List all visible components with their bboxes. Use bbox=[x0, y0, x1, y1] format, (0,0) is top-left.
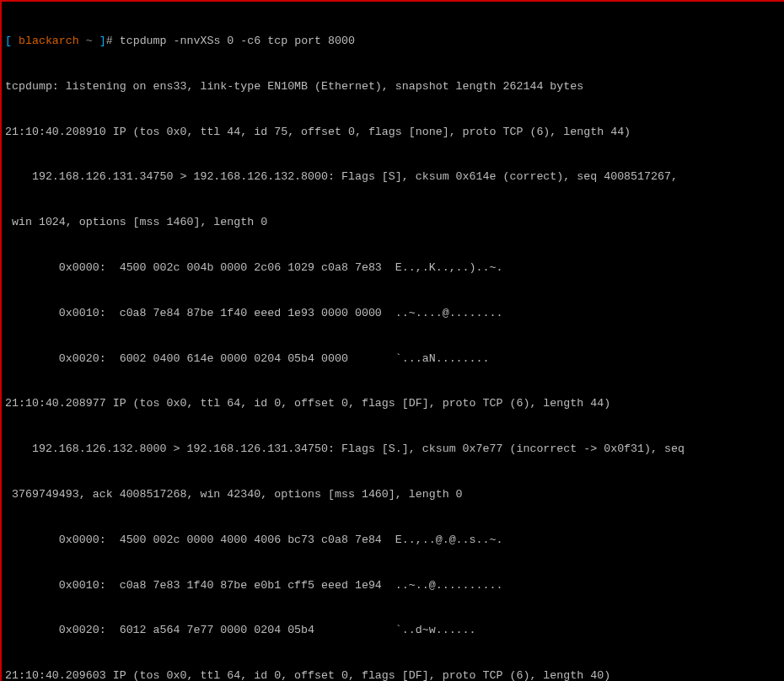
command-text: tcpdump -nnvXSs 0 -c6 tcp port 8000 bbox=[120, 35, 355, 47]
prompt-line: [ blackarch ~ ]# tcpdump -nnvXSs 0 -c6 t… bbox=[5, 34, 781, 49]
output-line: 21:10:40.209603 IP (tos 0x0, ttl 64, id … bbox=[5, 668, 781, 681]
output-line: 0x0010: c0a8 7e83 1f40 87be e0b1 cff5 ee… bbox=[5, 578, 781, 593]
output-line: 0x0020: 6012 a564 7e77 0000 0204 05b4 `.… bbox=[5, 623, 781, 638]
prompt-hash: # bbox=[106, 35, 120, 47]
output-line: 21:10:40.208910 IP (tos 0x0, ttl 44, id … bbox=[5, 125, 781, 140]
output-line: tcpdump: listening on ens33, link-type E… bbox=[5, 79, 781, 94]
output-line: 0x0020: 6002 0400 614e 0000 0204 05b4 00… bbox=[5, 351, 781, 367]
output-line: 192.168.126.131.34750 > 192.168.126.132.… bbox=[5, 169, 781, 185]
output-line: 3769749493, ack 4008517268, win 42340, o… bbox=[5, 487, 781, 502]
output-line: 0x0000: 4500 002c 0000 4000 4006 bc73 c0… bbox=[5, 533, 781, 548]
terminal-window[interactable]: [ blackarch ~ ]# tcpdump -nnvXSs 0 -c6 t… bbox=[2, 2, 784, 681]
output-line: 0x0000: 4500 002c 004b 0000 2c06 1029 c0… bbox=[5, 260, 781, 276]
output-line: 0x0010: c0a8 7e84 87be 1f40 eeed 1e93 00… bbox=[5, 306, 781, 321]
prompt-bracket-open: [ bbox=[5, 35, 12, 47]
output-line: win 1024, options [mss 1460], length 0 bbox=[5, 215, 781, 230]
prompt-path: ~ bbox=[79, 35, 99, 47]
prompt-host: blackarch bbox=[12, 35, 79, 47]
output-line: 21:10:40.208977 IP (tos 0x0, ttl 64, id … bbox=[5, 396, 781, 411]
output-line: 192.168.126.132.8000 > 192.168.126.131.3… bbox=[5, 442, 781, 457]
prompt-bracket-close: ] bbox=[99, 35, 106, 47]
